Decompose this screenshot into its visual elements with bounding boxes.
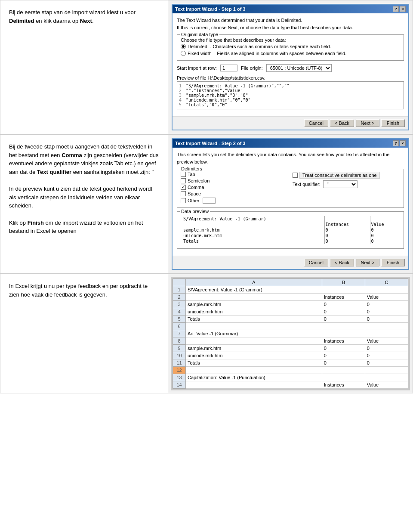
wizard1-delimited-radio[interactable] [181, 44, 186, 49]
excel-cell[interactable]: Capitalization: Value -1 (Punctuation) [186, 374, 322, 381]
excel-cell[interactable]: 0 [365, 301, 408, 308]
wizard1-finish-btn[interactable]: Finish [381, 119, 405, 127]
table-row: 6 [173, 323, 408, 330]
wizard-step1-container: Text Import Wizard - Step 1 of 3 ? × The… [168, 0, 413, 134]
excel-cell[interactable] [186, 323, 322, 330]
wizard2-cancel-btn[interactable]: Cancel [304, 259, 328, 266]
excel-cell[interactable]: Art: Value -1 (Grammar) [186, 330, 322, 337]
excel-cell[interactable] [365, 367, 408, 374]
table-row: 11Totals00 [173, 359, 408, 367]
wizard1-import-input[interactable] [220, 65, 237, 71]
row-num-cell: 9 [173, 345, 186, 352]
wizard1-radio-delimited-row: Delimited - Characters such as commas or… [181, 44, 400, 49]
excel-cell[interactable] [365, 330, 408, 337]
wizard2-next-btn[interactable]: Next > [356, 259, 379, 266]
excel-cell[interactable]: Totals [186, 359, 322, 367]
tab-checkbox-box[interactable] [181, 172, 186, 177]
excel-cell[interactable] [322, 286, 365, 294]
excel-cell[interactable] [322, 323, 365, 330]
excel-cell[interactable] [322, 367, 365, 374]
wizard1-help-btn[interactable]: ? [393, 6, 399, 12]
excel-cell[interactable]: 0 [322, 359, 365, 367]
preview-cell-4-3: 0 [370, 233, 398, 238]
excel-cell[interactable]: 0 [365, 359, 408, 367]
excel-cell[interactable] [186, 381, 322, 389]
wizard1-fixed-radio[interactable] [181, 51, 186, 56]
other-input[interactable] [203, 198, 216, 204]
table-row: 1S/VAgreement: Value -1 (Grammar) [173, 286, 408, 294]
excel-cell[interactable]: 0 [322, 345, 365, 352]
excel-cell[interactable] [365, 374, 408, 381]
excel-cell[interactable]: Value [365, 294, 408, 301]
other-checkbox-box[interactable] [181, 198, 186, 203]
excel-cell[interactable]: sample.mrk.htm [186, 301, 322, 308]
wizard2-qualifier-row: Text qualifier: " [293, 180, 400, 188]
wizard1-next-btn[interactable]: Next > [356, 119, 379, 127]
wizard2-comma-checkbox[interactable]: Comma [181, 185, 288, 190]
wizard1-close-btn[interactable]: × [400, 6, 406, 12]
table-row: 9sample.mrk.htm00 [173, 345, 408, 352]
semicolon-checkbox-box[interactable] [181, 178, 186, 183]
page-container: Bij de eerste stap van de import wizard … [0, 0, 413, 393]
excel-cell[interactable] [186, 337, 322, 345]
excel-cell[interactable]: 0 [365, 345, 408, 352]
excel-cell[interactable]: 0 [322, 301, 365, 308]
excel-cell[interactable] [365, 323, 408, 330]
preview-line-2: 2 "","Instances","Value" [179, 88, 402, 93]
preview-cell-3-2: 0 [324, 227, 370, 233]
excel-cell[interactable]: 0 [365, 315, 408, 323]
excel-cell[interactable]: S/VAgreement: Value -1 (Grammar) [186, 286, 322, 294]
excel-cell[interactable]: 0 [322, 308, 365, 315]
excel-cell[interactable] [186, 367, 322, 374]
instruction-section-2: Bij de tweede stap moet u aangeven dat d… [0, 134, 168, 274]
excel-cell[interactable] [365, 286, 408, 294]
excel-cell[interactable]: Value [365, 337, 408, 345]
excel-cell[interactable]: unicode.mrk.htm [186, 308, 322, 315]
treat-consecutive-checkbox[interactable] [293, 173, 298, 178]
wizard1-radio-delimited[interactable]: Delimited [181, 44, 207, 49]
row-num-cell: 12 [173, 367, 186, 374]
excel-cell[interactable]: sample.mrk.htm [186, 345, 322, 352]
preview-row-1: S/VAgreement: Value -1 (Grammar) [182, 216, 398, 222]
wizard2-close-btn[interactable]: × [400, 140, 406, 146]
space-checkbox-box[interactable] [181, 191, 186, 196]
row-num-cell: 4 [173, 308, 186, 315]
wizard2-tab-checkbox[interactable]: Tab [181, 172, 288, 177]
wizard2-back-btn[interactable]: < Back [330, 259, 354, 266]
wizard1-cancel-btn[interactable]: Cancel [304, 119, 328, 127]
wizard2-delimiters-right: Treat consecutive delimiters as one Text… [293, 172, 400, 205]
excel-cell[interactable] [322, 330, 365, 337]
wizard1-back-btn[interactable]: < Back [330, 119, 354, 127]
excel-cell[interactable]: Value [365, 381, 408, 389]
wizard2-help-btn[interactable]: ? [393, 140, 399, 146]
wizard1-file-origin-select[interactable]: 65001 : Unicode (UTF-8) [266, 64, 332, 72]
wizard1-fixed-label: Fixed width [188, 51, 212, 56]
preview-cell-2-1 [182, 222, 324, 227]
preview-cell-4-1: unicode.mrk.htm [182, 233, 324, 238]
preview-cell-5-2: 0 [324, 238, 370, 244]
excel-cell[interactable]: unicode.mrk.htm [186, 352, 322, 359]
excel-cell[interactable]: 0 [322, 315, 365, 323]
table-row: 14InstancesValue [173, 381, 408, 389]
excel-cell[interactable]: 0 [365, 308, 408, 315]
wizard2-space-checkbox[interactable]: Space [181, 191, 288, 196]
excel-cell[interactable]: Instances [322, 337, 365, 345]
excel-cell[interactable] [186, 294, 322, 301]
wizard2-qualifier-select[interactable]: " [323, 180, 358, 188]
excel-cell[interactable]: Totals [186, 315, 322, 323]
excel-cell[interactable]: Instances [322, 381, 365, 389]
excel-cell[interactable] [322, 374, 365, 381]
excel-cell[interactable]: 0 [322, 352, 365, 359]
excel-cell[interactable]: 0 [365, 352, 408, 359]
wizard2-titlebar: Text Import Wizard - Step 2 of 3 ? × [173, 139, 408, 148]
wizard2-other-checkbox[interactable]: Other: [181, 198, 288, 204]
excel-col-header-C: C [365, 279, 408, 286]
wizard2-data-preview-group: Data preview S/VAgreement: Value -1 (Gra… [177, 211, 404, 249]
wizard1-radio-fixed[interactable]: Fixed width [181, 51, 212, 56]
wizard2-semicolon-checkbox[interactable]: Semicolon [181, 178, 288, 183]
wizard2-finish-btn[interactable]: Finish [381, 259, 405, 266]
wizard1-import-row: Start import at row: File origin: 65001 … [177, 64, 404, 72]
comma-checkbox-box[interactable] [181, 185, 186, 190]
preview-line-1: 1 "S/VAgreement: Value -1 (Grammar)","",… [179, 84, 402, 88]
excel-cell[interactable]: Instances [322, 294, 365, 301]
